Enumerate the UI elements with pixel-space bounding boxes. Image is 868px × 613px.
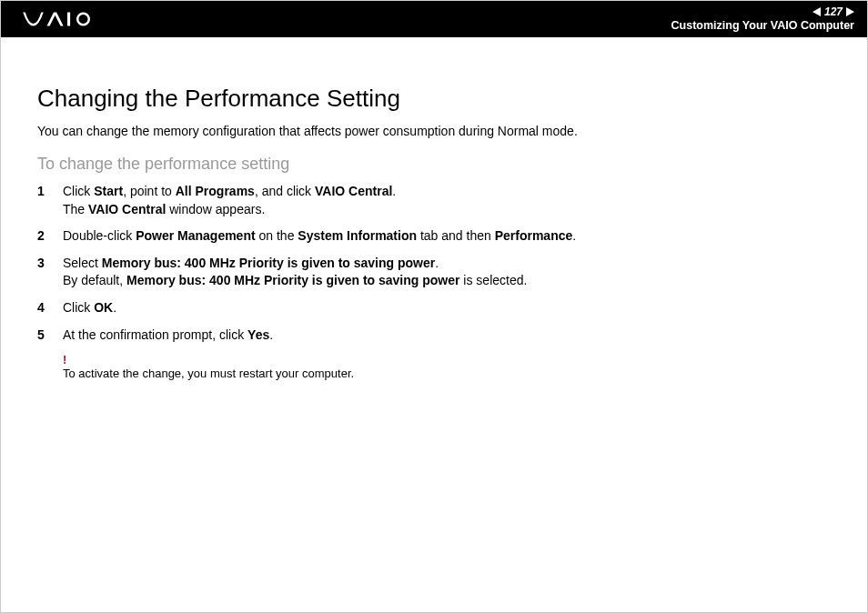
page-title: Changing the Performance Setting — [37, 85, 831, 113]
header-right: 127 Customizing Your VAIO Computer — [671, 5, 854, 32]
step-item: Click OK. — [37, 299, 831, 317]
note-block: ! To activate the change, you must resta… — [63, 353, 831, 380]
steps-list: Click Start, point to All Programs, and … — [37, 183, 831, 344]
nav-next-icon[interactable] — [846, 7, 854, 16]
step-item: Double-click Power Management on the Sys… — [37, 227, 831, 246]
page-nav: 127 — [812, 5, 854, 18]
step-item: Click Start, point to All Programs, and … — [37, 183, 831, 218]
svg-rect-0 — [67, 13, 70, 26]
note-text: To activate the change, you must restart… — [63, 367, 354, 380]
section-label: Customizing Your VAIO Computer — [671, 19, 854, 33]
step-item: Select Memory bus: 400 MHz Priority is g… — [37, 255, 831, 290]
header-bar: 127 Customizing Your VAIO Computer — [1, 1, 867, 37]
nav-prev-icon[interactable] — [812, 7, 821, 16]
note-mark: ! — [63, 353, 831, 367]
step-item: At the confirmation prompt, click Yes. — [37, 327, 831, 345]
content-area: Changing the Performance Setting You can… — [1, 37, 867, 380]
intro-text: You can change the memory configuration … — [37, 124, 831, 138]
subtitle: To change the performance setting — [37, 155, 831, 174]
page-number: 127 — [824, 5, 843, 18]
vaio-logo — [17, 10, 117, 28]
